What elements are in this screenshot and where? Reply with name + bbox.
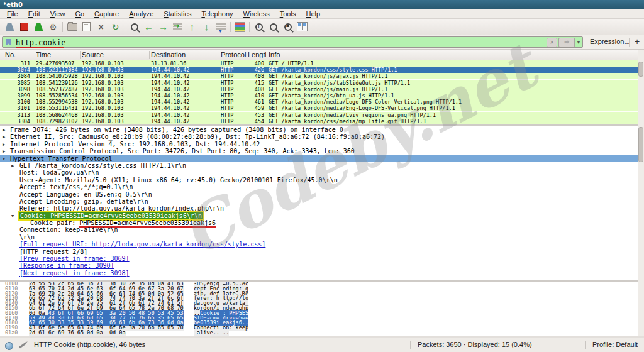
detail-line[interactable]: ▶Transmission Control Protocol, Src Port… [0,148,638,155]
packet-cell-source: 192.168.0.103 [82,80,150,86]
go-to-top-icon[interactable] [185,21,199,33]
detail-line[interactable]: Cookie pair: PHPSESSID=acme4rvve5eebe035… [0,219,638,226]
menu-item-file[interactable]: File [2,9,23,18]
column-separator[interactable] [219,51,219,59]
stop-capture-icon[interactable] [17,21,31,33]
column-separator[interactable] [247,51,247,59]
detail-line[interactable]: User-Agent: Mozilla/5.0 (X11; Linux x86_… [0,177,638,184]
expression-button[interactable]: Expression... [590,38,630,45]
menu-item-go[interactable]: Go [70,9,89,18]
menu-item-telephony[interactable]: Telephony [196,9,238,18]
add-filter-button[interactable]: + [635,36,640,47]
packet-row[interactable]: 3085108.541239126192.168.0.103194.44.10.… [0,80,638,86]
packet-row[interactable]: 3099108.552856534192.168.0.103194.44.10.… [0,92,638,99]
filter-dropdown-caret-icon[interactable] [576,40,581,45]
detail-line[interactable]: ▼Hypertext Transfer Protocol [0,155,638,162]
column-separator[interactable] [33,51,33,59]
menu-item-view[interactable]: View [45,9,70,18]
packet-row[interactable]: 3074108.523117084192.168.0.103194.44.10.… [0,67,638,73]
packet-row[interactable]: 3113108.568624468192.168.0.103194.44.10.… [0,112,638,118]
packet-cell-destination: 194.44.10.42 [151,105,220,111]
clear-filter-button[interactable] [547,38,557,47]
colorize-packets-icon[interactable] [233,21,247,33]
detail-line[interactable]: Accept-Encoding: gzip, deflate\r\n [0,198,638,205]
open-file-icon[interactable] [65,21,79,33]
detail-text: Cookie pair: PHPSESSID=acme4rvve5eebe035… [30,219,216,226]
detail-line[interactable]: Accept: text/css,*/*;q=0.1\r\n [0,184,638,190]
auto-scroll-icon[interactable] [214,21,228,33]
detail-line[interactable]: Connection: keep-alive\r\n [0,226,638,233]
packet-cell-info: GET /karta_kordon/css/media/mp_litle.gif… [269,118,636,124]
detail-line[interactable]: [Response in frame: 3090] [0,262,638,269]
column-header-protocol[interactable]: Protocol [221,50,247,60]
packet-row[interactable]: 3100108.552994538192.168.0.103194.44.10.… [0,99,638,105]
close-file-icon[interactable] [94,21,108,33]
column-separator[interactable] [80,51,80,59]
menu-item-capture[interactable]: Capture [89,9,124,18]
go-to-packet-icon[interactable] [170,21,185,33]
window-titlebar[interactable]: *eth0 [0,0,644,9]
detail-line[interactable]: ▶Ethernet II, Src: CadmusCo_e8:28:b9 (08… [0,133,638,140]
detail-line[interactable]: Host: loda.gov.ua\r\n [0,169,638,176]
column-header-destination[interactable]: Destination [151,50,219,60]
detail-line[interactable]: \r\n [0,234,638,241]
column-separator[interactable] [149,51,150,59]
packet-cell-time: 108.568624468 [36,112,81,118]
column-header-info[interactable]: Info [269,50,621,60]
restart-capture-icon[interactable] [31,21,46,33]
column-header-source[interactable]: Source [82,50,149,60]
packet-row[interactable]: 3084108.541075928192.168.0.103194.44.10.… [0,73,638,79]
save-file-icon[interactable] [79,21,94,33]
capture-comment-pencil-icon[interactable] [19,343,26,348]
detail-line[interactable]: [Prev request in frame: 3069] [0,255,638,262]
go-to-bottom-icon[interactable] [199,21,214,33]
detail-line[interactable]: ▶Internet Protocol Version 4, Src: 192.1… [0,141,638,148]
menu-item-wireless[interactable]: Wireless [238,9,275,18]
detail-line[interactable]: [HTTP request 2/8] [0,248,638,255]
packet-row[interactable]: 31129.427693507192.168.0.10331.13.81.36H… [0,60,638,67]
menu-item-analyze[interactable]: Analyze [124,9,158,18]
detail-line[interactable]: Accept-Language: en-US,en;q=0.5\r\n [0,191,638,198]
zoom-out-icon[interactable]: − [266,21,280,33]
display-filter-input[interactable]: http.cookie [2,36,583,48]
go-back-icon[interactable] [142,21,156,33]
column-separator[interactable] [267,51,267,59]
detail-line[interactable]: [Next request in frame: 3098] [0,270,638,277]
start-capture-icon[interactable] [3,21,17,33]
go-forward-icon[interactable] [156,21,170,33]
capture-options-icon[interactable] [46,21,60,33]
detail-line[interactable]: ▼Cookie: PHPSESSID=acme4rvve5eebe03539ie… [0,212,638,219]
packet-row[interactable]: 3304108.729823102192.168.0.103194.44.10.… [0,118,638,124]
menu-item-edit[interactable]: Edit [23,9,45,18]
zoom-reset-icon[interactable]: = [280,21,295,33]
resize-columns-icon[interactable] [295,21,309,33]
menu-item-help[interactable]: Help [301,9,325,18]
column-header-time[interactable]: Time [36,50,80,60]
detail-line[interactable]: ▶GET /karta_kordon/css/style.css HTTP/1.… [0,162,638,169]
detail-line[interactable]: [Full request URI: http://loda.gov.ua/ka… [0,241,638,248]
hex-row[interactable]: 01a02d 61 6c 69 76 65 0d 0a 0d 0a-alive.… [0,331,638,336]
reload-file-icon[interactable] [108,21,123,33]
vertical-scrollbar[interactable] [638,50,644,336]
find-packet-icon[interactable] [127,21,142,33]
apply-filter-button[interactable] [558,38,575,47]
packet-details: ▶Frame 3074: 426 bytes on wire (3408 bit… [0,126,638,280]
column-header-no[interactable]: No. [5,50,33,60]
color-stripes-icon [235,22,245,32]
expert-info-icon[interactable] [5,342,13,350]
menu-item-statistics[interactable]: Statistics [158,9,196,18]
detail-line[interactable]: Referer: http://loda.gov.ua/karta_kordon… [0,205,638,212]
column-header-length[interactable]: Length [248,50,266,60]
zoom-in-icon[interactable]: + [252,21,266,33]
packet-row[interactable]: 3098108.552372487192.168.0.103194.44.10.… [0,86,638,92]
profile-status[interactable]: Profile: Default [592,341,638,348]
detail-line[interactable]: ▶Frame 3074: 426 bytes on wire (3408 bit… [0,126,638,133]
packet-cell-protocol: HTTP [221,80,246,86]
menu-item-tools[interactable]: Tools [275,9,301,18]
details-scroll-thumb[interactable] [638,127,643,162]
filter-bookmark-icon[interactable] [6,39,11,46]
packet-cell-source: 192.168.0.103 [82,99,150,105]
packet-row[interactable]: 3101108.553116431192.168.0.103194.44.10.… [0,105,638,111]
packet-cell-length: 426 [243,67,264,73]
packet-list-scroll-thumb[interactable] [638,62,643,77]
